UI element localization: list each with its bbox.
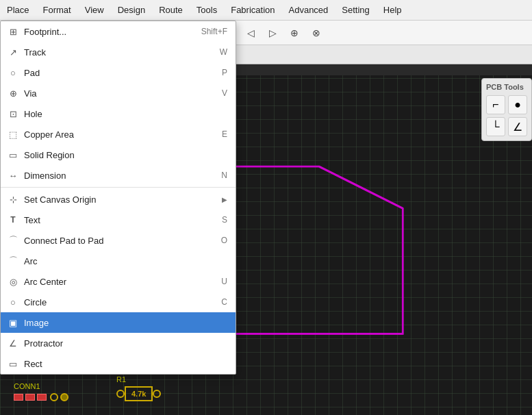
menu-format[interactable]: Format: [36, 2, 78, 18]
pcb-tool-corner[interactable]: └: [486, 117, 505, 136]
menu-tools[interactable]: Tools: [190, 2, 224, 18]
menu-fabrication[interactable]: Fabrication: [224, 2, 281, 18]
menu-setting[interactable]: Setting: [335, 2, 376, 18]
solid-icon: ▭: [6, 150, 20, 160]
circle-shortcut: C: [221, 297, 227, 307]
footprint-shortcut: Shift+F: [201, 27, 227, 36]
footprint-label: Footprint...: [24, 27, 188, 37]
dimension-icon: ↔: [6, 171, 20, 181]
pcb-tool-route[interactable]: ⌐: [486, 95, 505, 114]
menu-item-dimension[interactable]: ↔ Dimension N: [1, 165, 236, 186]
solid-label: Solid Region: [24, 150, 214, 160]
menu-item-arc-center[interactable]: ◎ Arc Center U: [1, 271, 236, 292]
menu-item-copper[interactable]: ⬚ Copper Area E: [1, 124, 236, 144]
arc-center-icon: ◎: [6, 277, 20, 287]
footprint-icon: ⊞: [6, 27, 20, 37]
arc-center-shortcut: U: [221, 277, 227, 286]
toolbar-icon-7[interactable]: ▷: [263, 23, 282, 42]
menu-item-footprint[interactable]: ⊞ Footprint... Shift+F: [1, 21, 236, 42]
image-label: Image: [24, 318, 214, 328]
place-dropdown: ⊞ Footprint... Shift+F ↗ Track W ○ Pad P…: [0, 21, 236, 375]
arc-label: Arc: [24, 256, 214, 266]
circle-label: Circle: [24, 297, 207, 307]
connect-pad-icon: ⌒: [6, 234, 20, 247]
copper-icon: ⬚: [6, 129, 20, 140]
menu-route[interactable]: Route: [152, 2, 190, 18]
r1-component: R1 4.7k: [116, 375, 161, 401]
protractor-icon: ∠: [6, 338, 20, 349]
pcb-tool-row-2: └ ∠: [486, 117, 527, 136]
r1-label: R1: [116, 375, 161, 383]
corner-icon: └: [492, 121, 499, 133]
menu-separator-1: [1, 187, 236, 188]
text-icon: T: [6, 215, 20, 225]
track-label: Track: [24, 47, 206, 58]
pcb-tools-panel: PCB Tools ⌐ ● └ ∠: [481, 78, 532, 141]
track-shortcut: W: [220, 47, 227, 57]
dimension-shortcut: N: [221, 171, 227, 180]
menu-help[interactable]: Help: [377, 2, 409, 18]
hole-icon: ⊡: [6, 109, 20, 119]
angle-icon: ∠: [513, 121, 522, 134]
menu-item-text[interactable]: T Text S: [1, 210, 236, 230]
pad-shortcut: P: [222, 68, 227, 77]
conn1-label: CONN1: [14, 382, 68, 390]
dimension-label: Dimension: [24, 171, 207, 181]
arc-icon: ⌒: [6, 255, 20, 267]
pcb-tool-row-1: ⌐ ●: [486, 95, 527, 114]
circle-icon: ○: [6, 297, 20, 307]
menu-advanced[interactable]: Advanced: [282, 2, 335, 18]
text-label: Text: [24, 215, 208, 225]
r1-pad-right: [153, 390, 161, 398]
menu-item-solid[interactable]: ▭ Solid Region: [1, 144, 236, 165]
menu-item-arc[interactable]: ⌒ Arc: [1, 251, 236, 271]
bottom-components: CONN1 R1 4.7k: [14, 375, 161, 401]
menu-item-canvas-origin[interactable]: ⊹ Set Canvas Origin ▶: [1, 189, 236, 210]
rect-icon: ▭: [6, 359, 20, 369]
pad-circle-1: [50, 393, 58, 401]
toolbar-icon-9[interactable]: ⊗: [307, 23, 326, 42]
text-shortcut: S: [222, 215, 227, 225]
menu-item-pad[interactable]: ○ Pad P: [1, 62, 236, 83]
menu-item-hole[interactable]: ⊡ Hole: [1, 103, 236, 124]
r1-pad-left: [116, 390, 125, 398]
rect-label: Rect: [24, 359, 214, 369]
canvas-origin-icon: ⊹: [6, 194, 20, 205]
copper-label: Copper Area: [24, 129, 208, 140]
track-icon: ↗: [6, 47, 20, 58]
image-icon: ▣: [6, 318, 20, 328]
menu-item-rect[interactable]: ▭ Rect: [1, 353, 236, 374]
menu-view[interactable]: View: [78, 2, 111, 18]
protractor-label: Protractor: [24, 338, 214, 349]
pad-circle-2: [60, 393, 68, 401]
pcb-tool-via[interactable]: ●: [508, 95, 527, 114]
pad-red-3: [37, 394, 47, 401]
hole-label: Hole: [24, 109, 214, 119]
pad-label: Pad: [24, 68, 208, 78]
r1-body: 4.7k: [125, 386, 153, 401]
menu-place[interactable]: Place: [0, 2, 36, 18]
menu-item-track[interactable]: ↗ Track W: [1, 42, 236, 62]
via-icon: ●: [514, 99, 521, 111]
arc-center-label: Arc Center: [24, 277, 207, 287]
connect-pad-shortcut: O: [221, 236, 227, 245]
via-menu-icon: ⊕: [6, 88, 20, 99]
menu-item-via[interactable]: ⊕ Via V: [1, 83, 236, 103]
pad-icon: ○: [6, 68, 20, 78]
via-shortcut: V: [222, 88, 227, 98]
conn1-component: CONN1: [14, 382, 68, 401]
menu-item-protractor[interactable]: ∠ Protractor: [1, 333, 236, 353]
pcb-tools-title: PCB Tools: [486, 83, 527, 91]
pad-red-1: [14, 394, 23, 401]
canvas-origin-arrow: ▶: [222, 196, 227, 203]
route-icon: ⌐: [492, 99, 498, 111]
toolbar-icon-6[interactable]: ◁: [241, 23, 260, 42]
pcb-tool-angle[interactable]: ∠: [508, 117, 527, 136]
toolbar-icon-8[interactable]: ⊕: [285, 23, 304, 42]
menu-item-image[interactable]: ▣ Image: [1, 312, 236, 333]
menu-item-circle[interactable]: ○ Circle C: [1, 292, 236, 312]
menubar: Place Format View Design Route Tools Fab…: [0, 0, 532, 21]
menu-item-connect-pad[interactable]: ⌒ Connect Pad to Pad O: [1, 230, 236, 251]
menu-design[interactable]: Design: [111, 2, 152, 18]
pad-red-2: [25, 394, 35, 401]
